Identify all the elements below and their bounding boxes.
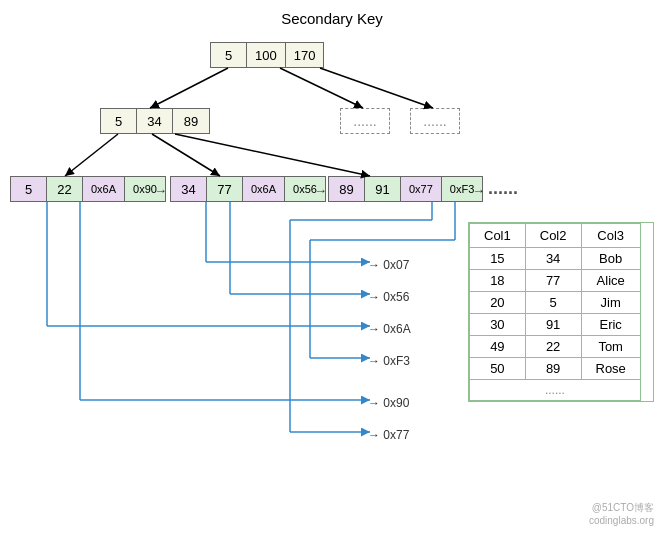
- ptr-0x90: → 0x90: [368, 396, 409, 410]
- svg-line-4: [152, 134, 220, 176]
- leaf1-cell-0: 34: [171, 177, 207, 201]
- cell-3-0: 30: [470, 314, 526, 336]
- cell-0-2: Bob: [581, 248, 640, 270]
- root-cell-2: 170: [286, 43, 324, 67]
- level1-node: 5 34 89: [100, 108, 210, 134]
- cell-1-1: 77: [525, 270, 581, 292]
- root-cell-1: 100: [247, 43, 286, 67]
- table-row: 15 34 Bob: [470, 248, 641, 270]
- leaf0-cell-2: 0x6A: [83, 177, 125, 201]
- col-header-1: Col2: [525, 224, 581, 248]
- root-node: 5 100 170: [210, 42, 324, 68]
- leaf-node-1: 34 77 0x6A 0x56: [170, 176, 326, 202]
- l1-cell-2: 89: [173, 109, 209, 133]
- page-title: Secondary Key: [0, 10, 664, 27]
- leaf1-arrow: →: [314, 183, 327, 198]
- cell-2-2: Jim: [581, 292, 640, 314]
- dashed-node-2: ......: [410, 108, 460, 134]
- svg-line-0: [150, 68, 228, 108]
- svg-line-3: [65, 134, 118, 176]
- leaf0-cell-1: 22: [47, 177, 83, 201]
- cell-3-2: Eric: [581, 314, 640, 336]
- table-row: 20 5 Jim: [470, 292, 641, 314]
- cell-5-0: 50: [470, 358, 526, 380]
- col-header-2: Col3: [581, 224, 640, 248]
- cell-2-0: 20: [470, 292, 526, 314]
- leaf0-arrow: →: [154, 183, 167, 198]
- leaf1-cell-2: 0x6A: [243, 177, 285, 201]
- svg-line-1: [280, 68, 363, 108]
- cell-0-0: 15: [470, 248, 526, 270]
- watermark: @51CTO博客 codinglabs.org: [589, 501, 654, 526]
- table-row: ......: [470, 380, 641, 401]
- l1-cell-1: 34: [137, 109, 173, 133]
- table-row: 30 91 Eric: [470, 314, 641, 336]
- ptr-0x56: → 0x56: [368, 290, 409, 304]
- cell-3-1: 91: [525, 314, 581, 336]
- svg-line-2: [320, 68, 433, 108]
- ellipsis-right: ......: [488, 178, 518, 199]
- leaf2-cell-2: 0x77: [401, 177, 442, 201]
- cell-1-2: Alice: [581, 270, 640, 292]
- leaf2-arrow: →: [472, 183, 485, 198]
- table-row: 49 22 Tom: [470, 336, 641, 358]
- ptr-0x77: → 0x77: [368, 428, 409, 442]
- ptr-0x07: → 0x07: [368, 258, 409, 272]
- l1-cell-0: 5: [101, 109, 137, 133]
- leaf1-cell-1: 77: [207, 177, 243, 201]
- leaf-node-0: 5 22 0x6A 0x90: [10, 176, 166, 202]
- leaf2-cell-1: 91: [365, 177, 401, 201]
- table-ellipsis: ......: [470, 380, 641, 401]
- cell-2-1: 5: [525, 292, 581, 314]
- cell-5-2: Rose: [581, 358, 640, 380]
- cell-4-1: 22: [525, 336, 581, 358]
- root-cell-0: 5: [211, 43, 247, 67]
- leaf0-cell-0: 5: [11, 177, 47, 201]
- cell-1-0: 18: [470, 270, 526, 292]
- table-row: 18 77 Alice: [470, 270, 641, 292]
- leaf2-cell-0: 89: [329, 177, 365, 201]
- ptr-0xF3: → 0xF3: [368, 354, 410, 368]
- main-container: Secondary Key 5 100 170 5 34 89 ...... .…: [0, 0, 664, 534]
- svg-line-5: [175, 134, 370, 176]
- cell-5-1: 89: [525, 358, 581, 380]
- cell-0-1: 34: [525, 248, 581, 270]
- table-row: 50 89 Rose: [470, 358, 641, 380]
- table: Col1 Col2 Col3 15 34 Bob 18 77 Alice 20: [469, 223, 641, 401]
- cell-4-0: 49: [470, 336, 526, 358]
- dashed-node-1: ......: [340, 108, 390, 134]
- cell-4-2: Tom: [581, 336, 640, 358]
- ptr-0x6A: → 0x6A: [368, 322, 411, 336]
- leaf-node-2: 89 91 0x77 0xF3: [328, 176, 483, 202]
- data-table: Col1 Col2 Col3 15 34 Bob 18 77 Alice 20: [468, 222, 654, 402]
- col-header-0: Col1: [470, 224, 526, 248]
